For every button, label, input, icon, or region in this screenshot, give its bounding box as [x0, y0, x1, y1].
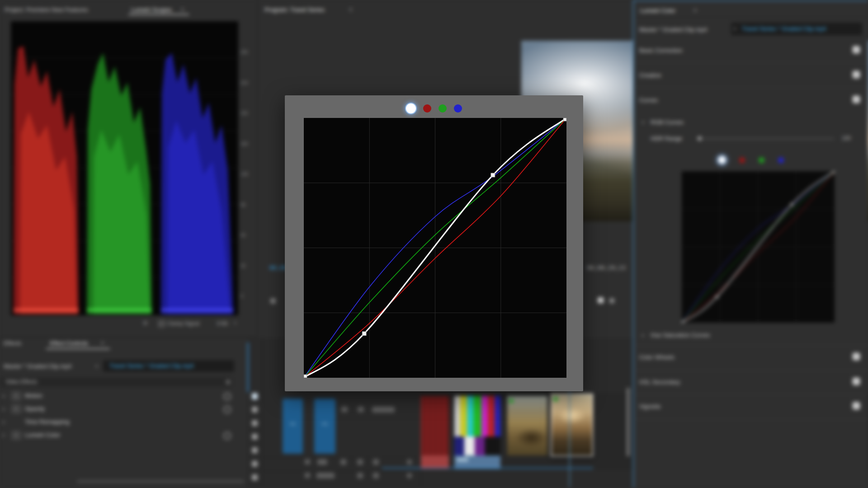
- effect-row-lumetri-color[interactable]: ▸ fx Lumetri Color: [0, 430, 247, 442]
- panel-menu-icon[interactable]: ≡: [349, 6, 352, 13]
- audio-target-a2[interactable]: [316, 473, 335, 479]
- section-checkbox[interactable]: ✓: [853, 353, 860, 360]
- track-name-label[interactable]: [372, 407, 395, 413]
- rgb-curves-subsection[interactable]: ▾ RGB Curves: [634, 117, 868, 129]
- hue-saturation-curves-subsection[interactable]: ▸ Hue Saturation Curves: [634, 330, 868, 342]
- track-sync-icon[interactable]: [358, 407, 364, 412]
- effect-row-opacity[interactable]: ▸ fx Opacity: [0, 404, 247, 416]
- curve-editor-area[interactable]: [304, 118, 566, 378]
- tab-effects[interactable]: Effects: [4, 340, 22, 347]
- solo-button[interactable]: [357, 459, 363, 465]
- track-meter-icon[interactable]: [407, 460, 412, 465]
- disclosure-triangle-icon[interactable]: ▸: [3, 432, 5, 437]
- clip-label-red[interactable]: [421, 455, 449, 469]
- reset-effect-icon[interactable]: [223, 432, 231, 440]
- header-icon[interactable]: [226, 380, 230, 384]
- channel-dot-green[interactable]: [439, 104, 447, 113]
- slip-tool-icon[interactable]: [252, 447, 258, 453]
- lumetri-section-basic-correction[interactable]: Basic Correction ✓: [634, 45, 868, 57]
- ripple-edit-tool-icon[interactable]: [252, 420, 258, 426]
- panel-divider[interactable]: [257, 0, 258, 338]
- settings-icon[interactable]: [609, 298, 614, 303]
- tab-project[interactable]: Project: Premiere New Features: [5, 6, 88, 13]
- transport-icon[interactable]: [270, 298, 276, 304]
- sequence-clip-label[interactable]: Travel Series * Graded Clip.mp4: [742, 25, 826, 32]
- selection-tool-icon[interactable]: [252, 393, 258, 399]
- effect-row-motion[interactable]: ▸ fx Motion: [0, 391, 247, 403]
- channel-dot-white[interactable]: [718, 156, 726, 164]
- playhead[interactable]: [569, 387, 570, 487]
- mini-rgb-curves-display[interactable]: [682, 171, 835, 323]
- bit-depth-value[interactable]: 8 Bit: [217, 320, 228, 327]
- hdr-range-slider-knob[interactable]: [698, 136, 702, 141]
- fx-badge-icon[interactable]: fx: [12, 432, 21, 439]
- record-button[interactable]: [373, 459, 379, 465]
- section-checkbox[interactable]: ✓: [853, 402, 860, 409]
- tab-program[interactable]: Program: Travel Series: [264, 6, 325, 13]
- track-meter-icon[interactable]: [407, 473, 412, 478]
- video-effects-header[interactable]: Video Effects: [1, 377, 232, 387]
- audio-target-a1[interactable]: [317, 459, 327, 465]
- razor-tool-icon[interactable]: [252, 434, 258, 440]
- mute-button[interactable]: [357, 473, 363, 479]
- tab-effect-controls[interactable]: Effect Controls: [50, 340, 88, 347]
- channel-dot-blue[interactable]: [778, 157, 784, 163]
- track-select-tool-icon[interactable]: [252, 407, 258, 413]
- vertical-scrollbar[interactable]: [627, 388, 630, 456]
- channel-dot-red[interactable]: [739, 157, 745, 163]
- clamp-signal-checkbox[interactable]: ✓: [158, 320, 165, 327]
- disclosure-triangle-icon[interactable]: ▸: [3, 393, 5, 398]
- section-checkbox[interactable]: ✓: [853, 71, 860, 78]
- lumetri-section-hsl-secondary[interactable]: HSL Secondary ✓: [634, 377, 868, 389]
- solo-button[interactable]: [373, 473, 379, 479]
- lumetri-section-creative[interactable]: Creative ✓: [634, 70, 868, 82]
- channel-dot-green[interactable]: [759, 157, 764, 163]
- disclosure-triangle-icon[interactable]: ▸: [3, 419, 5, 424]
- clip-label-selected[interactable]: [454, 455, 500, 469]
- audio-track-icon[interactable]: [305, 473, 310, 478]
- panel-menu-icon[interactable]: ≡: [693, 7, 697, 14]
- track-lock-icon[interactable]: [341, 407, 348, 412]
- channel-dot-white[interactable]: [406, 103, 416, 113]
- tab-lumetri-color[interactable]: Lumetri Color: [640, 7, 675, 14]
- panel-menu-icon[interactable]: ≡: [101, 340, 104, 346]
- tab-lumetri-scopes[interactable]: Lumetri Scopes: [131, 6, 172, 13]
- lumetri-section-vignette[interactable]: Vignette ✓: [634, 401, 868, 413]
- hdr-range-value[interactable]: 100: [842, 135, 851, 141]
- hdr-range-slider-track[interactable]: [697, 138, 834, 139]
- fx-badge-icon[interactable]: fx: [12, 392, 21, 400]
- reset-effect-icon[interactable]: [223, 406, 231, 413]
- clip-thumbnail-red[interactable]: [421, 396, 449, 455]
- wrench-settings-icon[interactable]: ⚙: [143, 320, 148, 326]
- reset-effect-icon[interactable]: [223, 393, 231, 400]
- lumetri-section-color-wheels[interactable]: Color Wheels ✓: [634, 352, 868, 364]
- clip-thumbnail-color-bars[interactable]: [454, 396, 500, 455]
- clip-thumbnail-sunset-selected[interactable]: [551, 394, 593, 456]
- bit-depth-dropdown-icon[interactable]: ▾: [234, 321, 236, 325]
- audio-track-icon[interactable]: [305, 459, 310, 465]
- clip-thumbnail-desert[interactable]: [507, 396, 547, 455]
- mute-button[interactable]: [340, 459, 346, 465]
- export-frame-icon[interactable]: [598, 297, 604, 303]
- section-checkbox[interactable]: ✓: [853, 46, 860, 53]
- sequence-clip-label[interactable]: Travel Series * Graded Clip.mp4: [109, 362, 194, 369]
- lumetri-section-curves[interactable]: Curves ✓: [634, 95, 868, 107]
- section-checkbox[interactable]: ✓: [853, 378, 860, 385]
- disclosure-triangle-icon[interactable]: ▸: [642, 333, 644, 338]
- channel-dot-blue[interactable]: [454, 104, 462, 113]
- source-patch-v1[interactable]: V1: [283, 399, 303, 454]
- fx-badge-icon[interactable]: fx: [12, 405, 21, 413]
- channel-dot-red[interactable]: [423, 104, 431, 113]
- horizontal-scrollbar[interactable]: [77, 480, 244, 483]
- sequence-clip-box[interactable]: ▸ Travel Series * Graded Clip.mp4: [731, 23, 862, 35]
- panel-menu-icon[interactable]: ≡: [181, 6, 184, 13]
- effect-row-time-remapping[interactable]: ▸ Time Remapping: [0, 417, 247, 429]
- section-checkbox[interactable]: ✓: [853, 96, 860, 103]
- disclosure-triangle-icon[interactable]: ▾: [642, 120, 644, 125]
- rgb-curves-editor-popup: [285, 95, 583, 391]
- track-target-v1[interactable]: V1: [314, 399, 335, 454]
- disclosure-triangle-icon[interactable]: ▸: [3, 406, 5, 411]
- sequence-clip-box[interactable]: Travel Series * Graded Clip.mp4: [103, 360, 234, 372]
- pen-tool-icon[interactable]: [252, 461, 258, 467]
- hand-tool-icon[interactable]: [252, 474, 258, 480]
